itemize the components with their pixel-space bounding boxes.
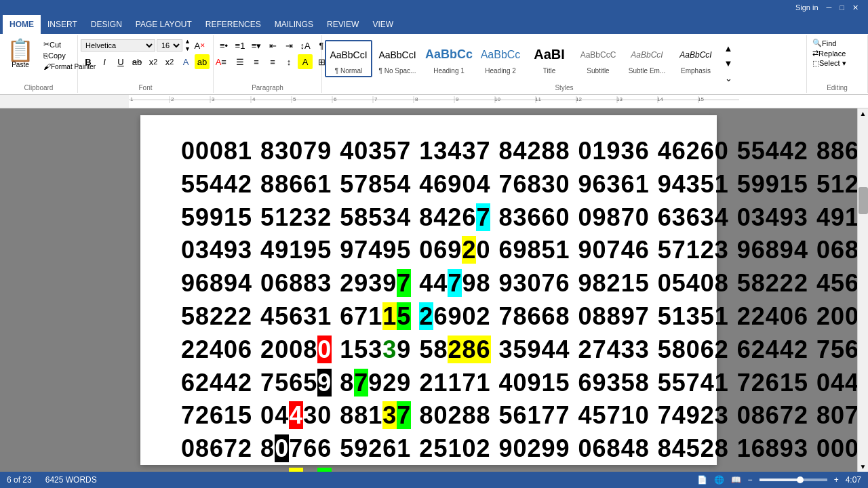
align-right-button[interactable]: ≡ <box>249 54 264 69</box>
paste-icon: 📋 <box>7 39 34 61</box>
replace-icon: ⇄ <box>812 49 818 58</box>
style-emphasis-label: Emphasis <box>681 67 711 75</box>
scroll-thumb[interactable] <box>859 187 868 214</box>
increase-indent-button[interactable]: ⇥ <box>281 38 296 53</box>
style-subtitle-preview: AaBbCcC <box>580 43 616 67</box>
view-web-icon[interactable]: 🌐 <box>714 475 724 485</box>
editing-label: Editing <box>807 84 867 92</box>
svg-text:5: 5 <box>293 96 296 102</box>
style-normal-preview: AaBbCcI <box>330 43 367 67</box>
view-print-icon[interactable]: 📄 <box>697 475 707 485</box>
tab-review[interactable]: REVIEW <box>320 15 366 34</box>
font-size-select[interactable]: 16.5 <box>157 39 182 52</box>
styles-more[interactable]: ⌄ <box>721 70 736 85</box>
align-left-button[interactable]: ≡ <box>216 54 231 69</box>
zoom-in-button[interactable]: + <box>834 475 839 485</box>
style-emphasis[interactable]: AaBbCcI Emphasis <box>672 41 719 76</box>
font-family-select[interactable]: Helvetica <box>81 39 155 52</box>
zoom-slider[interactable] <box>760 479 827 481</box>
style-subtle-em-preview: AaBbCcI <box>631 43 663 67</box>
style-subtle-em[interactable]: AaBbCcI Subtle Em... <box>623 41 671 76</box>
tab-view[interactable]: VIEW <box>366 15 400 34</box>
find-button[interactable]: 🔍 Find <box>810 38 865 48</box>
minimize-button[interactable]: ─ <box>823 3 836 12</box>
page-count: 6 of 23 <box>7 475 32 485</box>
clipboard-group: 📋 Paste ✂ Cut ⎘ Copy 🖌 Format Painter <box>0 35 78 93</box>
style-no-spacing-label: ¶ No Spac... <box>379 67 416 75</box>
highlight-black-2: 0 <box>275 434 289 462</box>
ribbon: 📋 Paste ✂ Cut ⎘ Copy 🖌 Format Painter <box>0 34 868 95</box>
replace-button[interactable]: ⇄ Replace <box>810 48 865 58</box>
doc-scroll-area[interactable]: 00081 83079 40357 13437 84288 01936 4626… <box>0 108 857 472</box>
strikethrough-button[interactable]: ab <box>130 54 144 69</box>
style-heading1-preview: AaBbCc <box>425 43 473 67</box>
svg-text:3: 3 <box>212 96 215 102</box>
style-heading1-label: Heading 1 <box>433 67 465 75</box>
tab-insert[interactable]: INSERT <box>41 15 84 34</box>
subscript-button[interactable]: x2 <box>146 54 161 69</box>
style-normal[interactable]: AaBbCcI ¶ Normal <box>325 40 372 77</box>
paste-label: Paste <box>12 61 29 68</box>
doc-line-2: 55442 88661 57854 46904 76830 96361 9435… <box>181 169 676 201</box>
svg-text:9: 9 <box>456 96 459 102</box>
svg-text:11: 11 <box>535 96 541 102</box>
italic-button[interactable]: I <box>97 54 112 69</box>
tab-references[interactable]: REFERENCES <box>199 15 268 34</box>
scroll-up-button[interactable]: ▲ <box>859 108 868 119</box>
doc-page: 00081 83079 40357 13437 84288 01936 4626… <box>140 115 717 465</box>
select-button[interactable]: ⬚ Select ▾ <box>810 58 865 68</box>
svg-text:15: 15 <box>698 96 704 102</box>
view-read-icon[interactable]: 📖 <box>731 475 741 485</box>
superscript-button[interactable]: x2 <box>162 54 177 69</box>
maximize-button[interactable]: □ <box>835 3 848 12</box>
styles-scroll-up[interactable]: ▲ <box>721 41 736 56</box>
style-heading1[interactable]: AaBbCc Heading 1 <box>422 41 475 76</box>
font-group: Helvetica 16.5 ▲ ▼ A✕ B I U ab x2 x2 A <box>78 35 214 93</box>
decrease-indent-button[interactable]: ⇤ <box>265 38 280 53</box>
clear-formatting-button[interactable]: A✕ <box>193 38 208 53</box>
line-spacing-button[interactable]: ↕ <box>281 54 296 69</box>
style-emphasis-preview: AaBbCcI <box>679 43 711 67</box>
tab-page-layout[interactable]: PAGE LAYOUT <box>129 15 199 34</box>
paste-button[interactable]: 📋 Paste <box>3 38 38 73</box>
svg-text:12: 12 <box>576 96 582 102</box>
text-effects-button[interactable]: A <box>178 54 193 69</box>
align-center-button[interactable]: ☰ <box>233 54 248 69</box>
justify-button[interactable]: ≡ <box>265 54 280 69</box>
tab-mailings[interactable]: MAILINGS <box>268 15 320 34</box>
style-heading2[interactable]: AaBbCc Heading 2 <box>477 41 524 76</box>
doc-content[interactable]: 00081 83079 40357 13437 84288 01936 4626… <box>181 136 676 472</box>
close-button[interactable]: ✕ <box>848 3 863 12</box>
text-highlight-button[interactable]: ab <box>195 54 210 69</box>
styles-scroll-down[interactable]: ▼ <box>721 56 736 70</box>
ruler: 1 2 3 4 5 6 7 8 9 10 11 12 13 1 <box>0 95 868 108</box>
svg-text:6: 6 <box>334 96 337 102</box>
scroll-track[interactable] <box>858 119 868 462</box>
font-size-increase-button[interactable]: ▲ <box>184 38 191 45</box>
sign-in-button[interactable]: Sign in <box>791 3 823 12</box>
tab-design[interactable]: DESIGN <box>84 15 129 34</box>
style-subtitle-label: Subtitle <box>587 67 609 75</box>
style-no-spacing[interactable]: AaBbCcI ¶ No Spac... <box>374 41 421 76</box>
underline-button[interactable]: U <box>113 54 128 69</box>
tab-home[interactable]: HOME <box>3 15 41 34</box>
clock: 4:07 <box>846 475 861 485</box>
scroll-down-button[interactable]: ▼ <box>859 462 868 472</box>
zoom-out-button[interactable]: − <box>748 475 753 485</box>
bullets-button[interactable]: ≡• <box>216 38 231 53</box>
vertical-scrollbar[interactable]: ▲ ▼ <box>857 108 868 472</box>
numbering-button[interactable]: ≡1 <box>233 38 248 53</box>
style-subtitle[interactable]: AaBbCcC Subtitle <box>574 41 622 76</box>
font-size-decrease-button[interactable]: ▼ <box>184 45 191 53</box>
status-bar: 6 of 23 6425 WORDS 📄 🌐 📖 − + 4:07 <box>0 472 868 488</box>
bold-button[interactable]: B <box>81 54 96 69</box>
sort-button[interactable]: ↕A <box>298 38 313 53</box>
highlight-yellow-2: 1 <box>382 302 397 330</box>
multilevel-list-button[interactable]: ≡▾ <box>249 38 264 53</box>
style-normal-label: ¶ Normal <box>335 67 362 75</box>
style-title[interactable]: AaBI Title <box>526 41 573 76</box>
highlight-red-2: 4 <box>289 401 303 429</box>
word-count: 6425 WORDS <box>45 475 97 485</box>
highlight-yellow-4: 3 <box>382 401 397 429</box>
shading-button[interactable]: A <box>298 54 313 69</box>
